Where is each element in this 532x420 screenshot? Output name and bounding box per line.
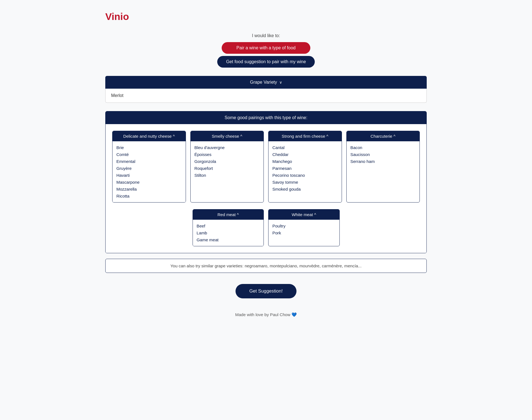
list-item: Saucisson	[351, 151, 416, 158]
list-item: Gorgonzola	[195, 158, 260, 165]
list-item: Smoked gouda	[272, 186, 338, 193]
category-red-meat-items: Beef Lamb Game meat	[193, 220, 264, 246]
intent-label: I would like to:	[105, 33, 427, 38]
results-header: Some good pairings with this type of win…	[106, 111, 426, 124]
category-smelly-cheese-items: Bleu d'auvergne Époisses Gorgonzola Roqu…	[191, 141, 264, 181]
category-strong-cheese-header[interactable]: Strong and firm cheese ^	[268, 131, 342, 141]
grape-variety-section: Grape Variety ∨ Merlot	[105, 76, 427, 103]
list-item: Lamb	[197, 229, 260, 236]
list-item: Bacon	[351, 144, 416, 151]
list-item: Ricotta	[116, 193, 182, 199]
results-grid-wrapper: Delicate and nutty cheese ^ Brie Comté E…	[106, 124, 426, 253]
category-charcuterie-label: Charcuterie ^	[370, 134, 395, 139]
list-item: Cantal	[272, 144, 338, 151]
list-item: Savoy tomme	[272, 179, 338, 186]
list-item: Manchego	[272, 158, 338, 165]
list-item: Roquefort	[195, 165, 260, 172]
category-charcuterie-header[interactable]: Charcuterie ^	[347, 131, 420, 141]
heart-icon: 💙	[291, 312, 297, 317]
list-item: Mozzarella	[116, 186, 182, 193]
list-item: Beef	[197, 222, 260, 229]
category-strong-cheese: Strong and firm cheese ^ Cantal Cheddar …	[268, 131, 342, 203]
get-food-suggestion-button[interactable]: Get food suggestion to pair with my wine	[217, 56, 315, 68]
grape-variety-value: Merlot	[105, 89, 427, 103]
list-item: Époisses	[195, 151, 260, 158]
top-categories-grid: Delicate and nutty cheese ^ Brie Comté E…	[106, 124, 426, 206]
grape-variety-label: Grape Variety	[250, 80, 277, 85]
list-item: Stilton	[195, 172, 260, 179]
list-item: Bleu d'auvergne	[195, 144, 260, 151]
category-white-meat: White meat ^ Poultry Pork	[268, 209, 340, 246]
list-item: Parmesan	[272, 165, 338, 172]
category-delicate-cheese-label: Delicate and nutty cheese ^	[123, 134, 175, 139]
category-charcuterie-items: Bacon Saucisson Serrano ham	[347, 141, 420, 168]
grape-variety-dropdown[interactable]: Grape Variety ∨	[105, 76, 427, 89]
list-item: Comté	[116, 151, 182, 158]
category-white-meat-label: White meat ^	[292, 212, 316, 217]
category-smelly-cheese-header[interactable]: Smelly cheese ^	[191, 131, 264, 141]
list-item: Havarti	[116, 172, 182, 179]
list-item: Poultry	[272, 222, 336, 229]
category-white-meat-items: Poultry Pork	[268, 220, 339, 239]
category-delicate-cheese: Delicate and nutty cheese ^ Brie Comté E…	[112, 131, 186, 203]
category-white-meat-header[interactable]: White meat ^	[268, 209, 339, 220]
list-item: Emmental	[116, 158, 182, 165]
category-red-meat-label: Red meat ^	[218, 212, 239, 217]
list-item: Gruyère	[116, 165, 182, 172]
intent-section: I would like to: Pair a wine with a type…	[105, 33, 427, 68]
category-strong-cheese-items: Cantal Cheddar Manchego Parmesan Pecorin…	[268, 141, 342, 195]
list-item: Game meat	[197, 236, 260, 243]
list-item: Pecorino toscano	[272, 172, 338, 179]
category-red-meat-header[interactable]: Red meat ^	[193, 209, 264, 220]
list-item: Pork	[272, 229, 336, 236]
list-item: Serrano ham	[351, 158, 416, 165]
footer: Made with love by Paul Chow 💙	[105, 312, 427, 317]
category-smelly-cheese-label: Smelly cheese ^	[212, 134, 242, 139]
list-item: Brie	[116, 144, 182, 151]
category-delicate-cheese-items: Brie Comté Emmental Gruyère Havarti Masc…	[112, 141, 186, 202]
list-item: Mascarpone	[116, 179, 182, 186]
bottom-categories-grid: Red meat ^ Beef Lamb Game meat White mea…	[186, 206, 346, 253]
get-suggestion-button[interactable]: Get Suggestion!	[236, 284, 296, 298]
chevron-down-icon: ∨	[279, 80, 282, 84]
category-delicate-cheese-header[interactable]: Delicate and nutty cheese ^	[112, 131, 186, 141]
app-logo: Vinio	[105, 11, 427, 22]
similar-varieties: You can also try similar grape varieties…	[105, 259, 427, 273]
footer-text: Made with love by Paul Chow	[235, 312, 290, 317]
category-charcuterie: Charcuterie ^ Bacon Saucisson Serrano ha…	[346, 131, 420, 203]
results-container: Some good pairings with this type of win…	[105, 111, 427, 253]
list-item: Cheddar	[272, 151, 338, 158]
category-strong-cheese-label: Strong and firm cheese ^	[282, 134, 328, 139]
category-smelly-cheese: Smelly cheese ^ Bleu d'auvergne Époisses…	[190, 131, 264, 203]
category-red-meat: Red meat ^ Beef Lamb Game meat	[193, 209, 264, 246]
pair-wine-food-button[interactable]: Pair a wine with a type of food	[222, 42, 310, 54]
